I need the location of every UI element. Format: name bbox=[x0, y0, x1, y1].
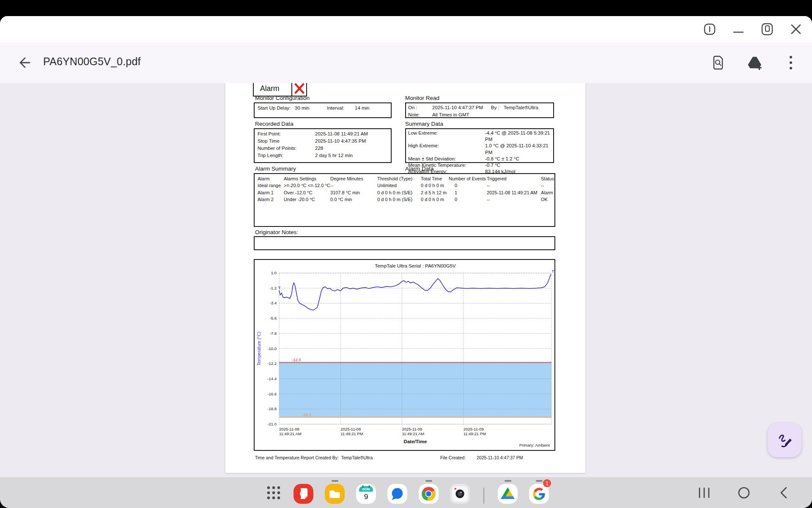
taskbar-app-camera[interactable] bbox=[450, 480, 470, 504]
svg-text:DOM: DOM bbox=[362, 487, 370, 491]
field-label: On : bbox=[408, 104, 432, 111]
back-button[interactable] bbox=[14, 53, 33, 72]
field-label: Mean ± Std Deviation: bbox=[408, 156, 485, 162]
svg-text:-20.0: -20.0 bbox=[302, 412, 312, 417]
svg-text:-5.6: -5.6 bbox=[270, 316, 277, 320]
minimize-icon[interactable] bbox=[730, 21, 747, 38]
field-label: Trip Length: bbox=[258, 152, 315, 159]
notes-app-icon bbox=[293, 483, 314, 504]
pdf-viewer-canvas[interactable]: Alarm Monitor Configuration Start Up Del… bbox=[0, 83, 812, 477]
pdf-page: Alarm Monitor Configuration Start Up Del… bbox=[225, 83, 585, 473]
field-label: Interval: bbox=[327, 105, 355, 112]
drive-app-icon bbox=[497, 483, 518, 504]
svg-text:11:49:21 AM: 11:49:21 AM bbox=[402, 431, 425, 436]
running-indicator bbox=[505, 480, 511, 482]
created-by-label: Time and Temperature Report Created By: bbox=[255, 455, 339, 460]
monitor-read-title: Monitor Read bbox=[405, 95, 439, 101]
taskbar-app-google[interactable]: 1 bbox=[529, 480, 549, 504]
table-row: Alarm 2Under -20.0 °C0.0 °C min0 d 0 h 0… bbox=[258, 196, 554, 203]
pen-squiggle-icon bbox=[776, 431, 793, 449]
field-label: Low Extreme: bbox=[408, 130, 485, 143]
field-value: 2025-11-10 4:47:35 PM bbox=[315, 138, 366, 145]
recents-nav-button[interactable] bbox=[694, 483, 714, 502]
svg-text:Primary: Ambient: Primary: Ambient bbox=[519, 443, 550, 447]
table-row: Alarm 1Over -12.0 °C3107.8 °C min0 d 0 h… bbox=[258, 189, 554, 196]
monitor-configuration-title: Monitor Configuration bbox=[255, 95, 310, 101]
file-created-value: 2025-11-10 4:47:37 PM bbox=[477, 455, 523, 460]
field-value: 2025-11-08 11:49:21 AM bbox=[315, 130, 368, 138]
table-row: Ideal range>=-20.0 °C <=-12.0 °C--Unlimi… bbox=[258, 182, 554, 189]
svg-text:2025-11-09: 2025-11-09 bbox=[402, 427, 422, 431]
taskbar-app-chrome[interactable] bbox=[418, 480, 439, 504]
field-value: 30 min bbox=[295, 105, 327, 112]
taskbar-app-my-files[interactable] bbox=[324, 480, 345, 504]
messages-app-icon bbox=[387, 483, 408, 504]
originator-notes-title: Originator Notes: bbox=[255, 229, 298, 235]
field-label: First Point: bbox=[258, 130, 315, 138]
recorded-data-box: First Point:2025-11-08 11:49:21 AM Stop … bbox=[254, 128, 392, 163]
restore-window-icon[interactable] bbox=[759, 21, 776, 38]
svg-text:T: T bbox=[278, 286, 281, 290]
svg-text:9: 9 bbox=[364, 492, 368, 501]
field-value: -4.4 °C @ 2025-11-08 5:39:21 PM bbox=[485, 130, 553, 143]
close-window-icon[interactable] bbox=[787, 21, 804, 38]
tablet-screen: PA6YN00G5V_0.pdf Alarm bbox=[0, 0, 812, 508]
annotate-fab-button[interactable] bbox=[768, 423, 801, 457]
svg-text:-7.8: -7.8 bbox=[270, 331, 277, 336]
my-files-app-icon bbox=[324, 483, 345, 504]
field-value: All Times in GMT bbox=[432, 111, 469, 119]
taskbar-app-notes[interactable] bbox=[293, 480, 314, 504]
svg-text:-12.0: -12.0 bbox=[292, 357, 301, 362]
home-nav-button[interactable] bbox=[734, 483, 754, 502]
svg-text:-1.2: -1.2 bbox=[270, 286, 277, 290]
temperature-chart-box: TempTale Ultra Serial : PA6YN00G5V1.0-1.… bbox=[254, 259, 555, 451]
field-value: 1.0 °C @ 2025-11-10 4:33:21 PM bbox=[485, 143, 553, 155]
field-value: 2 day 5 hr 12 min bbox=[315, 152, 353, 159]
taskbar-divider bbox=[483, 488, 484, 504]
apps-grid-icon bbox=[266, 485, 281, 500]
originator-notes-box bbox=[254, 236, 555, 250]
report-footer-left: Time and Temperature Report Created By: … bbox=[255, 455, 373, 460]
taskbar-app-drive[interactable] bbox=[497, 480, 518, 504]
svg-text:-3.4: -3.4 bbox=[270, 301, 277, 305]
field-label: Start Up Delay: bbox=[258, 105, 295, 112]
field-value: 14 min bbox=[355, 105, 370, 112]
pdf-toolbar: PA6YN00G5V_0.pdf bbox=[0, 42, 812, 83]
calendar-app-icon: DOM 9 bbox=[356, 483, 376, 504]
find-in-document-button[interactable] bbox=[707, 52, 729, 74]
svg-text:1.0: 1.0 bbox=[271, 271, 277, 275]
svg-text:T: T bbox=[552, 269, 554, 273]
window-titlebar bbox=[0, 16, 812, 42]
svg-text:11:49:21 AM: 11:49:21 AM bbox=[279, 431, 302, 436]
alarm-x-icon bbox=[291, 83, 306, 96]
summary-data-box: Low Extreme:-4.4 °C @ 2025-11-08 5:39:21… bbox=[405, 128, 554, 163]
alarm-table-header-row: AlarmAlarms SettingsDegree MinutesThresh… bbox=[258, 175, 554, 182]
alarm-summary-title: Alarm Summary bbox=[255, 166, 296, 172]
created-by-value: TempTale®Ultra bbox=[341, 455, 373, 460]
add-to-drive-button[interactable] bbox=[743, 52, 765, 74]
alarm-banner-label: Alarm bbox=[254, 83, 291, 96]
chrome-app-icon bbox=[418, 483, 439, 504]
taskbar: DOM 9 bbox=[0, 477, 812, 508]
running-indicator bbox=[536, 480, 543, 482]
document-title: PA6YN00G5V_0.pdf bbox=[43, 55, 141, 68]
alarm-table: AlarmAlarms SettingsDegree MinutesThresh… bbox=[254, 173, 555, 227]
svg-text:Date/Time: Date/Time bbox=[404, 439, 427, 444]
taskbar-app-calendar[interactable]: DOM 9 bbox=[356, 480, 376, 504]
split-screen-icon[interactable] bbox=[701, 21, 718, 38]
temperature-chart: TempTale Ultra Serial : PA6YN00G5V1.0-1.… bbox=[255, 260, 554, 450]
taskbar-app-messages[interactable] bbox=[387, 480, 408, 504]
svg-text:TempTale Ultra Serial : PA6YN: TempTale Ultra Serial : PA6YN00G5V bbox=[375, 263, 456, 268]
field-label: By : bbox=[491, 104, 504, 111]
svg-text:2025-11-08: 2025-11-08 bbox=[279, 427, 299, 431]
monitor-read-box: On : 2025-11-10 4:47:37 PM By : TempTale… bbox=[405, 102, 554, 118]
app-drawer-button[interactable] bbox=[265, 480, 283, 500]
overflow-menu-button[interactable] bbox=[780, 52, 802, 74]
back-nav-button[interactable] bbox=[774, 483, 793, 502]
field-label: High Extreme: bbox=[408, 143, 485, 155]
svg-text:2025-11-09: 2025-11-09 bbox=[464, 427, 484, 431]
notification-badge: 1 bbox=[543, 479, 551, 487]
summary-data-title: Summary Data bbox=[405, 121, 443, 127]
svg-text:11:49:21 PM: 11:49:21 PM bbox=[464, 431, 486, 436]
svg-text:11:49:21 PM: 11:49:21 PM bbox=[340, 431, 363, 436]
